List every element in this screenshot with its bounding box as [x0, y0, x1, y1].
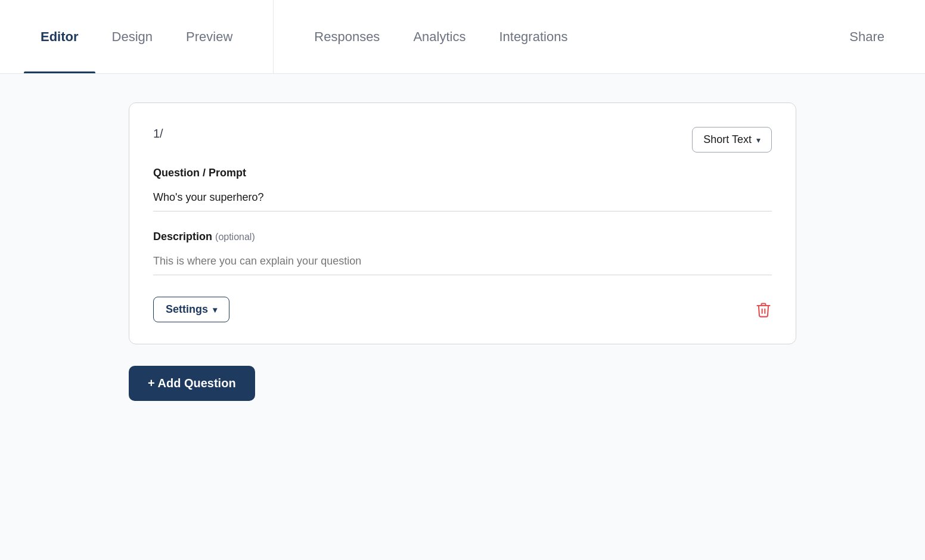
nav-group-left: Editor Design Preview [24, 0, 274, 73]
add-question-label: + Add Question [148, 377, 236, 390]
add-question-button[interactable]: + Add Question [129, 366, 255, 401]
type-dropdown-button[interactable]: Short Text ▾ [692, 127, 772, 153]
card-footer: Settings ▾ [153, 297, 772, 322]
tab-integrations[interactable]: Integrations [482, 0, 584, 73]
tab-responses[interactable]: Responses [297, 0, 396, 73]
settings-label: Settings [166, 303, 208, 316]
description-field: Description (optional) [153, 231, 772, 297]
chevron-down-icon: ▾ [756, 135, 761, 145]
question-number: 1/ [153, 127, 163, 141]
card-header: 1/ Short Text ▾ [153, 127, 772, 153]
tab-analytics[interactable]: Analytics [396, 0, 482, 73]
tab-editor[interactable]: Editor [24, 0, 95, 73]
settings-button[interactable]: Settings ▾ [153, 297, 229, 322]
nav-group-right: Responses Analytics Integrations Share [297, 0, 901, 73]
trash-icon [755, 301, 772, 318]
type-dropdown-label: Short Text [703, 133, 752, 146]
question-input[interactable] [153, 186, 772, 211]
settings-chevron-icon: ▾ [213, 305, 217, 315]
delete-question-button[interactable] [755, 301, 772, 318]
main-content: 1/ Short Text ▾ Question / Prompt Descri… [0, 74, 925, 560]
question-field-label: Question / Prompt [153, 167, 772, 179]
tab-design[interactable]: Design [95, 0, 169, 73]
tab-share[interactable]: Share [833, 0, 901, 73]
description-optional: (optional) [215, 232, 255, 242]
tab-preview[interactable]: Preview [169, 0, 249, 73]
description-input[interactable] [153, 250, 772, 275]
question-card: 1/ Short Text ▾ Question / Prompt Descri… [129, 102, 796, 344]
question-field: Question / Prompt [153, 167, 772, 231]
content-area: 1/ Short Text ▾ Question / Prompt Descri… [129, 102, 796, 401]
description-field-label: Description (optional) [153, 231, 772, 243]
top-nav: Editor Design Preview Responses Analytic… [0, 0, 925, 74]
